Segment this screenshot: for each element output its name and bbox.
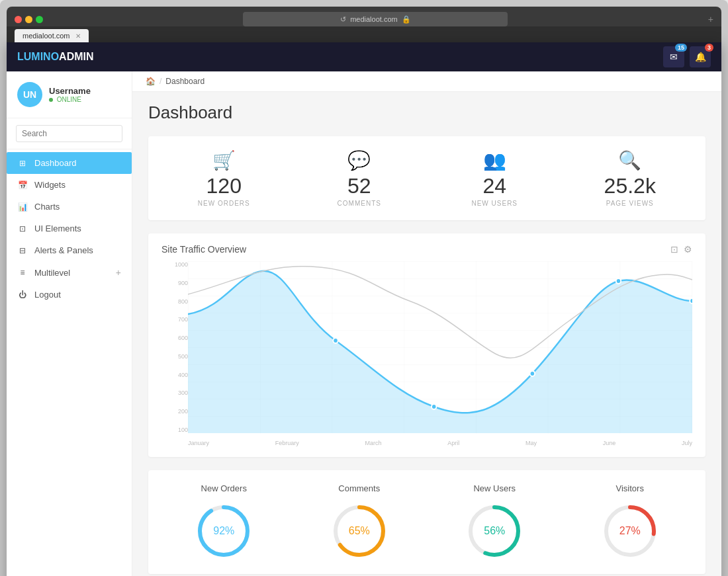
svg-point-3 — [530, 371, 535, 376]
chart-actions: ⊡ ⚙ — [670, 244, 692, 255]
donut-row: New Orders 92% Comments — [148, 470, 705, 574]
tab-close-icon[interactable]: ✕ — [75, 32, 81, 40]
browser-tab[interactable]: medialoot.com ✕ — [15, 29, 89, 42]
mail-badge: 15 — [675, 44, 687, 52]
new-orders-value: 120 — [161, 174, 287, 198]
donut-visitors-label: Visitors — [616, 483, 644, 493]
donut-new-orders-percent: 92% — [213, 525, 234, 537]
page-views-value: 25.2k — [568, 174, 693, 198]
breadcrumb: 🏠 / Dashboard — [132, 71, 721, 92]
user-info: Username ONLINE — [49, 86, 91, 103]
donut-visitors-chart: 27% — [600, 501, 660, 561]
traffic-chart: 1000 900 800 700 600 500 400 300 200 100 — [161, 261, 692, 446]
new-orders-label: NEW ORDERS — [161, 200, 287, 207]
sidebar-item-multilevel[interactable]: ≡ Multilevel + — [7, 261, 132, 284]
svg-point-5 — [690, 298, 692, 304]
stat-comments: 💬 52 COMMENTS — [297, 149, 422, 207]
donut-comments-label: Comments — [338, 483, 380, 493]
dashboard-icon: ⊞ — [17, 159, 28, 168]
stat-page-views: 🔍 25.2k PAGE VIEWS — [568, 149, 693, 207]
username: Username — [49, 86, 91, 96]
stats-row: 🛒 120 NEW ORDERS 💬 52 COMMENTS 👥 24 — [148, 136, 705, 220]
svg-point-2 — [432, 404, 436, 409]
donut-comments-percent: 65% — [349, 525, 370, 537]
nav-icons: ✉ 15 🔔 3 — [663, 46, 711, 67]
donut-new-users-label: New Users — [473, 483, 516, 493]
donut-comments-chart: 65% — [330, 501, 389, 561]
new-orders-icon: 🛒 — [161, 149, 287, 171]
multilevel-expand-icon[interactable]: + — [116, 267, 121, 278]
donut-visitors-percent: 27% — [619, 525, 641, 537]
sidebar-item-charts[interactable]: 📊 Charts — [7, 196, 132, 218]
donut-visitors: Visitors 27% — [568, 483, 693, 561]
svg-point-1 — [333, 338, 338, 343]
multilevel-icon: ≡ — [17, 268, 28, 277]
new-users-value: 24 — [432, 174, 557, 198]
avatar: UN — [17, 82, 42, 107]
stat-new-orders: 🛒 120 NEW ORDERS — [161, 149, 287, 207]
donut-comments: Comments 65% — [297, 483, 422, 561]
address-bar[interactable]: ↺ medialoot.com 🔒 — [243, 12, 508, 26]
chart-y-labels: 1000 900 800 700 600 500 400 300 200 100 — [161, 261, 188, 433]
comments-value: 52 — [297, 174, 422, 198]
logout-icon: ⏻ — [17, 290, 28, 300]
bell-badge: 3 — [705, 44, 713, 52]
donut-new-users-chart: 56% — [465, 501, 524, 561]
sidebar: UN Username ONLINE ⊞ Dashbo — [7, 71, 132, 576]
sidebar-item-alerts[interactable]: ⊟ Alerts & Panels — [7, 239, 132, 261]
comments-icon: 💬 — [297, 149, 422, 171]
new-users-icon: 👥 — [432, 149, 557, 171]
chart-x-labels: January February March April May June Ju… — [188, 440, 692, 446]
stat-new-users: 👥 24 NEW USERS — [432, 149, 557, 207]
user-status: ONLINE — [49, 96, 91, 103]
brand-logo: LUMINOADMIN — [17, 51, 94, 63]
svg-point-4 — [616, 278, 621, 284]
donut-new-users: New Users 56% — [432, 483, 557, 561]
donut-new-orders-chart: 92% — [194, 501, 253, 561]
mail-button[interactable]: ✉ 15 — [663, 46, 684, 67]
charts-icon: 📊 — [17, 202, 28, 212]
page-title: Dashboard — [148, 103, 705, 123]
top-navbar: LUMINOADMIN ✉ 15 🔔 3 — [7, 42, 721, 71]
sidebar-item-ui-elements[interactable]: ⊡ UI Elements — [7, 218, 132, 239]
comments-label: COMMENTS — [297, 200, 422, 207]
ui-elements-icon: ⊡ — [17, 224, 28, 233]
donut-new-orders-label: New Orders — [201, 483, 247, 493]
page-views-icon: 🔍 — [568, 149, 693, 171]
nav-menu: ⊞ Dashboard 📅 Widgets 📊 Charts ⊡ UI Elem… — [7, 149, 132, 308]
content-area: 🏠 / Dashboard Dashboard 🛒 120 NEW ORDERS — [132, 71, 721, 576]
user-section: UN Username ONLINE — [7, 71, 132, 118]
sidebar-item-logout[interactable]: ⏻ Logout — [7, 284, 132, 306]
home-icon[interactable]: 🏠 — [146, 77, 156, 86]
sidebar-item-widgets[interactable]: 📅 Widgets — [7, 174, 132, 196]
donut-new-orders: New Orders 92% — [161, 483, 287, 561]
traffic-chart-title: Site Traffic Overview — [161, 244, 246, 255]
widgets-icon: 📅 — [17, 181, 28, 190]
sidebar-item-dashboard[interactable]: ⊞ Dashboard — [7, 152, 132, 174]
alerts-icon: ⊟ — [17, 246, 28, 255]
new-users-label: NEW USERS — [432, 200, 557, 207]
search-box — [7, 118, 132, 149]
search-input[interactable] — [16, 125, 122, 142]
bell-button[interactable]: 🔔 3 — [690, 46, 711, 67]
page-views-label: PAGE VIEWS — [568, 200, 693, 207]
donut-new-users-percent: 56% — [484, 525, 505, 537]
chart-svg-area — [188, 261, 692, 433]
traffic-chart-section: Site Traffic Overview ⊡ ⚙ 1000 900 800 — [148, 233, 705, 457]
chart-expand-icon[interactable]: ⊡ — [670, 244, 678, 255]
chart-settings-icon[interactable]: ⚙ — [684, 244, 692, 255]
